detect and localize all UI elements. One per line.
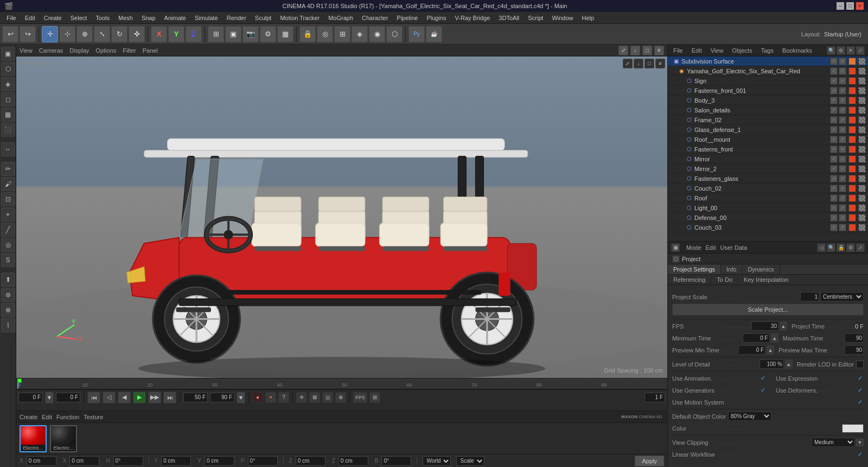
props-panel-icon[interactable]: ▣	[671, 243, 680, 252]
lod-stepper[interactable]: ▲	[785, 359, 793, 369]
magnet-tool[interactable]: ◎	[1, 238, 15, 252]
obj-edit-tab[interactable]: Edit	[690, 46, 704, 55]
menu-tools[interactable]: Tools	[91, 14, 114, 22]
menu-character[interactable]: Character	[358, 14, 392, 22]
mat-function-tab[interactable]: Function	[56, 414, 79, 420]
edge-mode-tool[interactable]: ◻	[1, 92, 15, 106]
obj-row-glass-defense[interactable]: ⬡ Glass_defense_1 ✓ ✓	[668, 125, 868, 135]
iron-tool[interactable]: ⌇	[1, 318, 15, 332]
obj-settings-button[interactable]: ⚙	[837, 46, 845, 55]
scale-project-button[interactable]: Scale Project...	[672, 304, 864, 315]
material-bar-content[interactable]: Electric... Electric...	[16, 423, 667, 454]
obj-sign-cb1[interactable]: ✓	[830, 77, 838, 85]
menu-select[interactable]: Select	[66, 14, 92, 22]
loop-cut-tool[interactable]: ⊕	[1, 303, 15, 317]
obj-mirror-swatch[interactable]	[848, 155, 856, 163]
use-anim-checkbox[interactable]: ✓	[760, 375, 767, 382]
apply-button[interactable]: Apply	[635, 456, 664, 466]
obj-expand-button[interactable]: ⤢	[856, 46, 865, 55]
obj-ff-cb1[interactable]: ✓	[830, 146, 838, 153]
use-def-checkbox[interactable]: ✓	[856, 387, 864, 394]
props-tab-info[interactable]: Info	[721, 264, 742, 274]
menu-simulate[interactable]: Simulate	[190, 14, 222, 22]
obj-row-salon[interactable]: ⬡ Salon_details ✓ ✓	[668, 105, 868, 115]
menu-file[interactable]: File	[2, 14, 21, 22]
obj-mirror2-swatch[interactable]	[848, 165, 856, 173]
texture-mode-tool[interactable]: ⬡	[1, 62, 15, 76]
goto-end-button[interactable]: ⏭	[163, 392, 176, 403]
obj-salon-pattern[interactable]	[858, 106, 866, 114]
obj-roofmount-swatch[interactable]	[848, 136, 856, 143]
vp-tab-panel[interactable]: Panel	[143, 47, 158, 54]
obj-subd-cb1[interactable]: ✓	[830, 58, 838, 65]
obj-yamaha-cb2[interactable]: ✓	[839, 67, 846, 75]
cycle-button[interactable]: ⊕	[335, 392, 346, 403]
obj-roof-swatch[interactable]	[848, 194, 856, 202]
menu-sculpt[interactable]: Sculpt	[251, 14, 276, 22]
obj-row-light00[interactable]: ⬡ Light_00 ✓ ✓	[668, 203, 868, 213]
obj-frame02-pattern[interactable]	[858, 116, 866, 124]
frame-step-down[interactable]: ▼	[45, 392, 54, 403]
close-button[interactable]: ✕	[856, 2, 864, 10]
knife-tool[interactable]: ╱	[1, 223, 15, 237]
transform-button[interactable]: ✜	[129, 26, 145, 42]
obj-roof-cb2[interactable]: ✓	[839, 194, 846, 202]
bevel-tool[interactable]: ⊛	[1, 288, 15, 302]
fps-button[interactable]: FPS	[353, 392, 367, 403]
snap-button[interactable]: 🔒	[299, 26, 316, 42]
project-scale-input[interactable]	[800, 292, 819, 301]
use-gen-checkbox[interactable]: ✓	[760, 387, 767, 394]
render-region[interactable]: ▦	[277, 26, 293, 42]
obj-subd-cb2[interactable]: ✓	[839, 58, 846, 65]
obj-couch02-pattern[interactable]	[858, 185, 866, 192]
edge-snap[interactable]: ◉	[369, 26, 385, 42]
vertex-snap[interactable]: ◈	[352, 26, 368, 42]
obj-mirror-cb2[interactable]: ✓	[839, 155, 846, 163]
obj-close-button[interactable]: ✕	[846, 46, 855, 55]
obj-roofmount-cb1[interactable]: ✓	[830, 136, 838, 143]
obj-roofmount-pattern[interactable]	[858, 136, 866, 143]
viewport-layout-1[interactable]: ▣	[225, 26, 241, 42]
fps-input[interactable]	[751, 321, 778, 331]
props-tab-referencing[interactable]: Referencing	[668, 275, 711, 285]
obj-row-fasterns-front-001[interactable]: ⬡ Fasterns_front_001 ✓ ✓	[668, 86, 868, 96]
viewport[interactable]: Perspective Y X	[16, 56, 667, 378]
obj-row-mirror[interactable]: ⬡ Mirror ✓ ✓	[668, 154, 868, 164]
obj-fg-cb1[interactable]: ✓	[830, 175, 838, 182]
goto-start-button[interactable]: ⏮	[87, 392, 100, 403]
menu-vray[interactable]: V-Ray Bridge	[451, 14, 495, 22]
obj-light00-swatch[interactable]	[848, 204, 856, 212]
mat-edit-tab[interactable]: Edit	[42, 414, 52, 420]
extrude-tool[interactable]: ⬆	[1, 273, 15, 287]
obj-couch03-cb2[interactable]: ✓	[839, 224, 846, 231]
coffee-button[interactable]: ☕	[426, 26, 442, 42]
motion-system-button[interactable]: ?	[278, 392, 289, 403]
obj-mirror2-cb2[interactable]: ✓	[839, 165, 846, 173]
props-settings-button[interactable]: ⚙	[846, 243, 855, 252]
obj-mirror-cb1[interactable]: ✓	[830, 155, 838, 163]
obj-roof-pattern[interactable]	[858, 194, 866, 202]
obj-row-body3[interactable]: ⬡ Body_3 ✓ ✓	[668, 96, 868, 105]
use-expr-checkbox[interactable]: ✓	[856, 375, 864, 382]
obj-ff001-cb1[interactable]: ✓	[830, 87, 838, 94]
color-swatch[interactable]	[842, 424, 864, 433]
obj-couch02-cb1[interactable]: ✓	[830, 185, 838, 192]
lod-input[interactable]	[760, 359, 784, 369]
min-time-stepper[interactable]: ▲	[771, 333, 778, 343]
props-edit-tab[interactable]: Edit	[706, 244, 716, 251]
obj-gd1-pattern[interactable]	[858, 126, 866, 134]
z-axis-button[interactable]: Z	[186, 26, 202, 42]
obj-frame02-cb2[interactable]: ✓	[839, 116, 846, 124]
vp-maximize-button[interactable]: □	[642, 46, 652, 55]
max-time-input[interactable]	[845, 333, 864, 343]
obj-light00-cb2[interactable]: ✓	[839, 204, 846, 212]
redo-button[interactable]: ↪	[20, 26, 36, 42]
frame-step-input[interactable]	[644, 393, 665, 402]
obj-def00-swatch[interactable]	[848, 214, 856, 222]
props-expand-button[interactable]: ⤢	[856, 243, 865, 252]
obj-couch02-swatch[interactable]	[848, 185, 856, 192]
h-input[interactable]	[113, 456, 143, 466]
obj-couch03-swatch[interactable]	[848, 224, 856, 231]
model-mode-tool[interactable]: ▣	[1, 47, 15, 61]
menu-3dtoall[interactable]: 3DToAll	[494, 14, 524, 22]
